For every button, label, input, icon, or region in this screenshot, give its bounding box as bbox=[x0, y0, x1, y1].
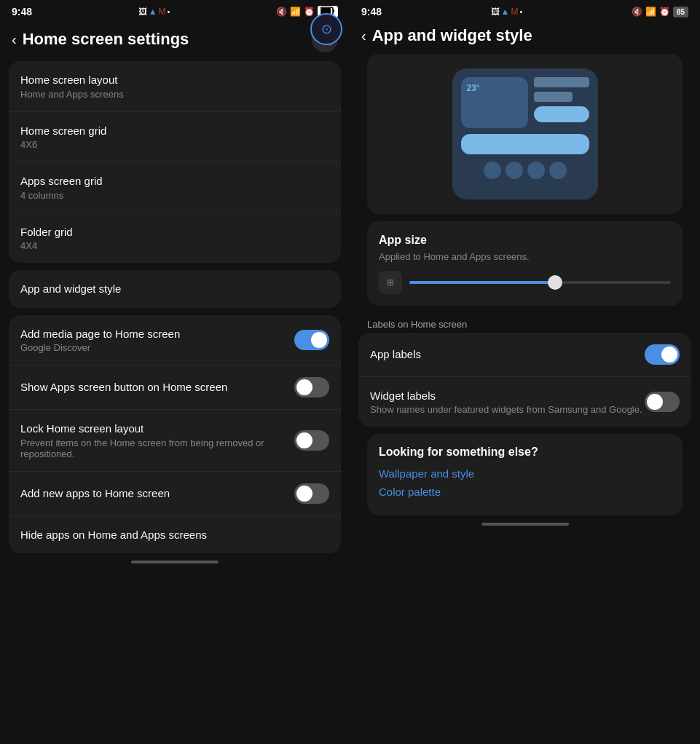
app-size-subtitle: Applied to Home and Apps screens. bbox=[379, 251, 671, 262]
status-icons-right: 🔇 📶 ⏰ 85 bbox=[632, 7, 688, 17]
show-apps-button-item[interactable]: Show Apps screen button on Home screen bbox=[9, 365, 341, 410]
wifi-icon-r: 📶 bbox=[645, 7, 656, 17]
apps-screen-grid-title: Apps screen grid bbox=[20, 174, 329, 189]
color-palette-link[interactable]: Color palette bbox=[379, 486, 671, 498]
slider-small-icon: ⊞ bbox=[379, 271, 402, 294]
lock-home-layout-title: Lock Home screen layout bbox=[20, 422, 294, 436]
folder-grid-subtitle: 4X4 bbox=[20, 240, 329, 251]
header-right: ‹ App and widget style bbox=[350, 20, 700, 54]
home-screen-grid-item[interactable]: Home screen grid 4X6 bbox=[9, 112, 341, 163]
home-screen-grid-title: Home screen grid bbox=[20, 124, 329, 138]
home-screen-layout-subtitle: Home and Apps screens bbox=[20, 89, 329, 100]
dot-indicator-r: • bbox=[519, 7, 522, 16]
widget-labels-toggle[interactable] bbox=[645, 392, 680, 412]
header-left: ‹ Home screen settings 🔍 ⊙ bbox=[0, 20, 350, 61]
widget-labels-subtitle: Show names under featured widgets from S… bbox=[370, 404, 645, 415]
widget-style-item[interactable]: App and widget style bbox=[9, 270, 341, 308]
looking-title: Looking for something else? bbox=[379, 446, 671, 459]
small-app-icon: ⊞ bbox=[387, 277, 394, 288]
mute-icon: 🔇 bbox=[276, 7, 287, 17]
home-screen-grid-subtitle: 4X6 bbox=[20, 139, 329, 150]
add-new-apps-item[interactable]: Add new apps to Home screen bbox=[9, 472, 341, 516]
widget-top-row: 23° bbox=[461, 77, 589, 128]
widget-mock: 23° bbox=[452, 68, 598, 199]
status-time-left: 9:48 bbox=[12, 6, 32, 17]
looking-section: Looking for something else? Wallpaper an… bbox=[367, 434, 683, 515]
widget-line-2 bbox=[534, 92, 573, 102]
show-apps-button-toggle[interactable] bbox=[294, 377, 329, 397]
mute-icon-r: 🔇 bbox=[632, 7, 642, 17]
folder-grid-item[interactable]: Folder grid 4X4 bbox=[9, 213, 341, 264]
alarm-icon: ⏰ bbox=[304, 7, 315, 17]
app-size-section: App size Applied to Home and Apps screen… bbox=[367, 221, 683, 306]
right-content: 23° App size bbox=[350, 54, 700, 744]
widget-dot-4 bbox=[549, 162, 567, 179]
back-button-left[interactable]: ‹ bbox=[12, 31, 17, 48]
toggle-settings-card: Add media page to Home screen Google Dis… bbox=[9, 315, 341, 554]
app-labels-title: App labels bbox=[370, 347, 645, 362]
widget-pill bbox=[534, 106, 589, 122]
gmail-icon: M bbox=[159, 7, 166, 17]
right-panel: 9:48 🖼 ▲ M • 🔇 📶 ⏰ 85 ‹ App and widget s… bbox=[350, 0, 700, 744]
widget-dots-row bbox=[461, 162, 589, 179]
widget-dot-1 bbox=[484, 162, 501, 179]
grid-settings-card: Home screen layout Home and Apps screens… bbox=[9, 61, 341, 263]
app-labels-item[interactable]: App labels bbox=[358, 333, 691, 377]
widget-style-title: App and widget style bbox=[20, 282, 329, 296]
page-title-left: Home screen settings bbox=[23, 30, 312, 49]
apps-screen-grid-item[interactable]: Apps screen grid 4 columns bbox=[9, 162, 341, 213]
widget-labels-item[interactable]: Widget labels Show names under featured … bbox=[358, 377, 691, 427]
widget-style-card[interactable]: App and widget style bbox=[9, 270, 341, 308]
add-media-page-item[interactable]: Add media page to Home screen Google Dis… bbox=[9, 315, 341, 366]
show-apps-button-title: Show Apps screen button on Home screen bbox=[20, 380, 294, 395]
apps-screen-grid-subtitle: 4 columns bbox=[20, 190, 329, 201]
lock-home-layout-toggle[interactable] bbox=[294, 430, 329, 451]
google-photos-icon-r: 🖼 bbox=[491, 7, 500, 17]
widget-weather: 23° bbox=[461, 77, 528, 128]
back-button-right[interactable]: ‹ bbox=[361, 28, 366, 44]
screenshot-icon: ⊙ bbox=[321, 21, 332, 37]
screenshot-button[interactable]: ⊙ bbox=[310, 13, 342, 45]
home-screen-layout-title: Home screen layout bbox=[20, 73, 329, 87]
add-media-page-toggle[interactable] bbox=[294, 330, 329, 350]
app-size-slider[interactable] bbox=[409, 281, 671, 284]
widget-labels-title: Widget labels bbox=[370, 389, 645, 403]
drive-icon-r: ▲ bbox=[501, 7, 510, 17]
bottom-nav-indicator-right bbox=[481, 523, 569, 526]
hide-apps-title: Hide apps on Home and Apps screens bbox=[20, 528, 329, 542]
widget-preview-container: 23° bbox=[367, 54, 683, 214]
widget-right-col bbox=[534, 77, 589, 128]
folder-grid-title: Folder grid bbox=[20, 225, 329, 240]
lock-home-layout-item[interactable]: Lock Home screen layout Prevent items on… bbox=[9, 410, 341, 472]
status-time-right: 9:48 bbox=[361, 6, 382, 17]
svg-rect-1 bbox=[333, 9, 334, 12]
app-labels-toggle[interactable] bbox=[645, 344, 680, 365]
labels-card: App labels Widget labels Show names unde… bbox=[358, 333, 691, 427]
lock-home-layout-subtitle: Prevent items on the Home screen from be… bbox=[20, 438, 294, 459]
alarm-icon-r: ⏰ bbox=[659, 7, 670, 17]
widget-temp: 23° bbox=[467, 83, 480, 93]
add-media-page-subtitle: Google Discover bbox=[20, 342, 294, 353]
home-screen-layout-item[interactable]: Home screen layout Home and Apps screens bbox=[9, 61, 341, 112]
hide-apps-item[interactable]: Hide apps on Home and Apps screens bbox=[9, 516, 341, 554]
widget-line-1 bbox=[534, 77, 589, 87]
status-bar-left: 9:48 🖼 ▲ M • 🔇 📶 ⏰ bbox=[0, 0, 350, 20]
add-new-apps-toggle[interactable] bbox=[294, 483, 329, 504]
slider-thumb[interactable] bbox=[548, 275, 562, 290]
wifi-icon: 📶 bbox=[290, 7, 301, 17]
left-panel: 9:48 🖼 ▲ M • 🔇 📶 ⏰ ‹ Home screen setting… bbox=[0, 0, 350, 744]
widget-dot-2 bbox=[506, 162, 523, 179]
drive-icon: ▲ bbox=[149, 7, 157, 17]
battery-indicator-right: 85 bbox=[673, 7, 688, 17]
labels-section-heading: Labels on Home screen bbox=[358, 313, 691, 333]
wallpaper-style-link[interactable]: Wallpaper and style bbox=[379, 467, 671, 480]
widget-bottom-pill bbox=[461, 134, 589, 154]
notif-icons-right: 🖼 ▲ M • bbox=[491, 7, 523, 17]
add-media-page-title: Add media page to Home screen bbox=[20, 327, 294, 341]
dot-indicator: • bbox=[168, 7, 170, 16]
add-new-apps-title: Add new apps to Home screen bbox=[20, 486, 294, 501]
app-size-slider-container: ⊞ bbox=[379, 271, 671, 294]
slider-fill bbox=[409, 281, 553, 284]
notif-icons-left: 🖼 ▲ M • bbox=[138, 7, 170, 17]
google-photos-icon: 🖼 bbox=[138, 7, 147, 17]
